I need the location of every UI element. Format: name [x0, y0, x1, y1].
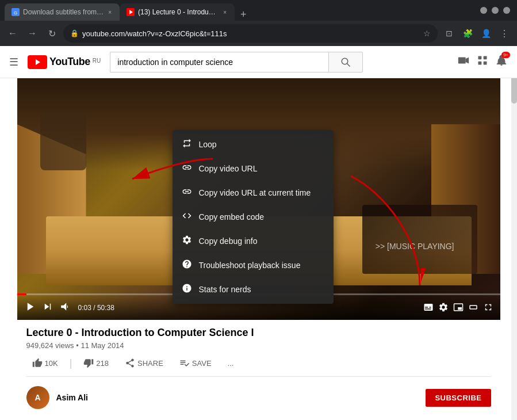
svg-marker-19 [61, 303, 66, 311]
tab2-title: (13) Lecture 0 - Introduction to C [138, 8, 219, 16]
channel-name[interactable]: Asim Ali [56, 393, 89, 402]
scrollbar-track[interactable] [511, 46, 517, 420]
time-separator: / [93, 304, 97, 312]
copy-embed-label: Copy embed code [199, 212, 265, 222]
svg-rect-12 [478, 62, 482, 65]
youtube-header: ☰ YouTube RU [0, 46, 517, 78]
save-label: SAVE [192, 359, 212, 368]
tab2-favicon [127, 8, 135, 16]
refresh-button[interactable]: ↻ [44, 25, 60, 41]
time-display: 0:03 / 50:38 [78, 304, 114, 312]
like-button[interactable]: 10K [26, 354, 64, 372]
bookmark-icon: ☆ [423, 29, 431, 38]
address-bar[interactable]: 🔒 youtube.com/watch?v=z-OxzlC6pic&t=111s… [63, 24, 438, 43]
next-button[interactable] [41, 300, 54, 315]
right-controls [423, 302, 493, 314]
red-arrow-settings [339, 170, 454, 297]
svg-rect-8 [458, 58, 466, 64]
context-menu-copy-debug[interactable]: Copy debug info [173, 229, 334, 253]
channel-row: A Asim Ali SUBSCRIBE [17, 379, 500, 409]
miniplayer-button[interactable] [453, 302, 464, 314]
loop-label: Loop [199, 140, 217, 149]
volume-button[interactable] [59, 300, 71, 315]
svg-rect-10 [478, 56, 482, 60]
tab-subtitles[interactable]: G Download subtitles from YouTub × [5, 3, 120, 21]
new-tab-button[interactable]: + [237, 9, 250, 21]
back-button[interactable]: ← [5, 25, 21, 41]
tab2-close[interactable]: × [222, 8, 228, 17]
browser-chrome: G Download subtitles from YouTub × (13) … [0, 0, 517, 46]
dislike-button[interactable]: 218 [78, 354, 114, 372]
loop-icon [182, 138, 192, 151]
dislike-count: 218 [96, 359, 109, 368]
tab1-title: Download subtitles from YouTub [23, 8, 104, 16]
current-time: 0:03 [78, 304, 91, 312]
channel-avatar[interactable]: A [26, 386, 49, 409]
browser-titlebar: G Download subtitles from YouTub × (13) … [0, 0, 517, 21]
settings-button[interactable] [438, 302, 449, 314]
profile-button[interactable]: 👤 [478, 25, 494, 41]
cast-button[interactable]: ⊡ [441, 25, 457, 41]
maximize-button[interactable] [492, 7, 499, 14]
share-button[interactable]: SHARE [119, 354, 169, 372]
window-controls [480, 7, 510, 14]
video-info: Lecture 0 - Introduction to Computer Sci… [17, 320, 500, 379]
close-button[interactable] [503, 7, 510, 14]
svg-point-6 [342, 58, 349, 64]
fullscreen-button[interactable] [483, 302, 493, 314]
svg-marker-17 [44, 304, 49, 310]
video-actions: 10K | 218 SHARE [26, 354, 491, 377]
context-menu-copy-embed[interactable]: Copy embed code [173, 205, 334, 229]
youtube-logo-icon [28, 55, 47, 69]
svg-rect-18 [49, 304, 51, 310]
tabs-bar: G Download subtitles from YouTub × (13) … [5, 0, 478, 21]
minimize-button[interactable] [480, 7, 487, 14]
view-count: 949,624 views [26, 341, 74, 350]
forward-button[interactable]: → [24, 25, 40, 41]
subscribe-button[interactable]: SUBSCRIBE [426, 389, 491, 407]
lock-icon: 🔒 [70, 29, 79, 37]
tab1-close[interactable]: × [107, 8, 113, 17]
svg-marker-16 [27, 303, 33, 311]
video-area: >> [MUSIC PLAYING] Loop [17, 78, 500, 409]
theater-mode-button[interactable] [468, 302, 478, 314]
svg-text:G: G [14, 10, 17, 16]
browser-toolbar: ← → ↻ 🔒 youtube.com/watch?v=z-OxzlC6pic&… [0, 21, 517, 46]
total-time: 50:38 [97, 304, 114, 312]
like-count: 10K [45, 359, 58, 368]
svg-rect-11 [484, 56, 487, 60]
hamburger-menu-icon[interactable]: ☰ [9, 56, 18, 68]
address-text: youtube.com/watch?v=z-OxzlC6pic&t=111s [82, 29, 420, 38]
search-input[interactable] [110, 52, 328, 72]
search-button[interactable] [328, 52, 363, 72]
tab-youtube[interactable]: (13) Lecture 0 - Introduction to C × [120, 3, 235, 21]
youtube-logo[interactable]: YouTube RU [28, 55, 101, 69]
left-structure [40, 113, 86, 170]
context-menu-stats[interactable]: Stats for nerds [173, 277, 334, 301]
youtube-logo-text: YouTube [49, 56, 90, 68]
publish-date: 11 May 2014 [81, 341, 124, 350]
svg-line-7 [347, 63, 350, 66]
search-bar [110, 52, 363, 72]
extensions-button[interactable]: 🧩 [459, 25, 476, 41]
save-button[interactable]: SAVE [174, 354, 217, 372]
youtube-logo-superscript: RU [93, 58, 101, 64]
context-menu-troubleshoot[interactable]: Troubleshoot playback issue [173, 253, 334, 277]
subtitles-button[interactable] [423, 302, 434, 314]
play-button[interactable] [24, 300, 37, 315]
more-actions-button[interactable]: ... [222, 356, 240, 371]
apps-button[interactable] [477, 55, 488, 69]
share-label: SHARE [137, 359, 163, 368]
more-button[interactable]: ⋮ [496, 25, 512, 41]
svg-marker-9 [466, 58, 469, 64]
svg-rect-13 [484, 62, 487, 65]
notifications-button[interactable]: 9+ [495, 54, 508, 70]
troubleshoot-icon [182, 259, 192, 272]
tab1-favicon: G [12, 8, 20, 16]
progress-fill [17, 293, 27, 295]
action-divider: | [70, 357, 72, 369]
video-player[interactable]: >> [MUSIC PLAYING] Loop [17, 78, 500, 320]
header-actions: 9+ [457, 54, 508, 70]
create-video-button[interactable] [457, 54, 470, 70]
red-arrow-copy-url [121, 153, 224, 199]
